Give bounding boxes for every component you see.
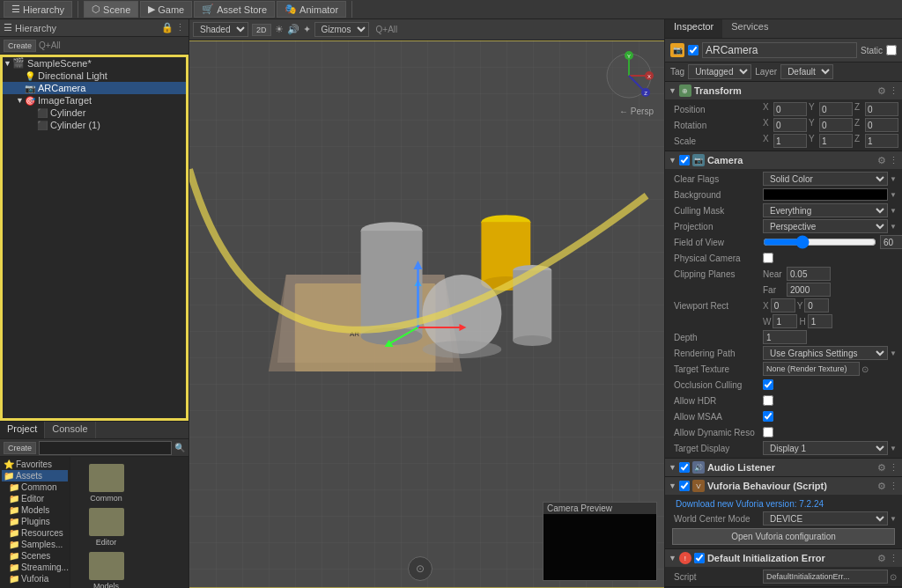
projection-dropdown[interactable]: Perspective [763,219,888,233]
culling-mask-dropdown[interactable]: Everything [763,203,888,217]
tree-item-dirlight[interactable]: 💡 Directional Light [0,70,189,82]
position-y-input[interactable] [819,102,853,116]
camera-enabled-checkbox[interactable] [679,155,690,165]
depth-input[interactable] [763,330,807,344]
audio-listener-header[interactable]: ▼ 🔊 Audio Listener ⚙ ⋮ [665,459,902,476]
error-more-icon[interactable]: ⋮ [889,553,898,564]
background-color-swatch[interactable] [763,188,888,201]
tab-game[interactable]: ▶ Game [140,1,192,18]
scene-view[interactable]: AR Target [189,40,664,588]
tab-console[interactable]: Console [45,422,95,438]
editor-folder-item[interactable]: 📁 Editor [2,493,68,504]
grid-editor[interactable]: Editor [78,508,135,547]
world-center-mode-dropdown[interactable]: DEVICE [763,511,888,526]
viewport-w-input[interactable] [773,314,797,328]
vuforia-folder-item[interactable]: 📁 Vuforia [2,573,68,584]
audio-listener-checkbox[interactable] [679,462,690,473]
clear-flags-dropdown[interactable]: Solid Color [763,172,888,186]
tree-item-samplescene[interactable]: ▼ 🎬 SampleScene* [0,56,189,70]
tree-item-arcamera[interactable]: 📷 ARCamera [0,82,189,94]
scale-x-input[interactable] [773,134,807,148]
rotation-z-input[interactable] [865,118,898,132]
audio-more-icon[interactable]: ⋮ [889,462,898,474]
plugins-folder-item[interactable]: 📁 Plugins [2,516,68,527]
viewport-y-input[interactable] [804,298,829,312]
shading-dropdown[interactable]: Shaded [193,22,248,37]
tab-hierarchy[interactable]: ☰ Hierarchy [4,1,72,18]
static-checkbox[interactable] [886,45,897,55]
allow-dynamic-checkbox[interactable] [763,427,773,437]
streaming-folder-item[interactable]: 📁 Streaming... [2,562,68,573]
tab-project[interactable]: Project [0,422,45,438]
camera-more-icon[interactable]: ⋮ [889,155,898,166]
audio-settings-icon[interactable]: ⚙ [877,462,886,474]
hierarchy-create-btn[interactable]: Create [4,40,36,52]
2d-btn[interactable]: 2D [252,24,271,36]
common-folder-item[interactable]: 📁 Common [2,481,68,493]
position-x-input[interactable] [773,102,807,116]
obj-active-checkbox[interactable] [688,45,699,55]
open-vuforia-btn[interactable]: Open Vuforia configuration [672,528,895,545]
vuforia-settings-icon[interactable]: ⚙ [877,481,886,492]
gizmos-dropdown[interactable]: Gizmos [314,22,369,37]
tag-dropdown[interactable]: Untagged [688,64,751,79]
grid-common[interactable]: Common [78,464,135,503]
models-folder-item[interactable]: 📁 Models [2,504,68,516]
default-init-checkbox[interactable] [694,553,705,563]
occlusion-culling-checkbox[interactable] [763,379,773,390]
scale-z-input[interactable] [865,134,898,148]
scenes-folder-item[interactable]: 📁 Scenes [2,550,68,562]
assets-item[interactable]: 📁 Assets [2,470,68,481]
allow-msaa-checkbox[interactable] [763,411,773,422]
viewport-h-input[interactable] [808,314,832,328]
hierarchy-more-icon[interactable]: ⋮ [175,22,185,33]
tree-item-cylinder[interactable]: ⬛ Cylinder [0,107,189,119]
target-display-dropdown[interactable]: Display 1 [763,441,888,455]
camera-comp-header[interactable]: ▼ 📷 Camera ⚙ ⋮ [665,151,902,169]
tab-scene[interactable]: ⬡ Scene [84,1,138,18]
resources-folder-item[interactable]: 📁 Resources [2,527,68,539]
hierarchy-lock-icon[interactable]: 🔒 [161,22,174,33]
fov-slider[interactable] [763,236,876,248]
project-create-btn[interactable]: Create [4,442,36,454]
fov-input[interactable] [880,235,902,249]
layer-dropdown[interactable]: Default [780,64,833,79]
tree-item-imagetarget[interactable]: ▼ 🎯 ImageTarget [0,94,189,107]
transform-header[interactable]: ▼ ⊕ Transform ⚙ ⋮ [665,82,902,99]
default-init-error-header[interactable]: ▼ ! Default Initialization Error ⚙ ⋮ [665,549,902,567]
error-settings-icon[interactable]: ⚙ [877,553,886,564]
rotation-x-input[interactable] [773,118,807,132]
viewport-x-input[interactable] [771,298,795,312]
script-input[interactable] [763,570,888,584]
tab-asset-store[interactable]: 🛒 Asset Store [194,1,275,18]
obj-name-input[interactable] [702,42,857,58]
vuforia-checkbox[interactable] [679,481,690,491]
project-search-input[interactable] [39,441,172,455]
component-more-icon[interactable]: ⋮ [889,85,898,97]
camera-settings-icon[interactable]: ⚙ [877,155,886,166]
allow-hdr-checkbox[interactable] [763,395,773,406]
light-toggle-icon[interactable]: ☀ [275,24,284,35]
script-picker-icon[interactable]: ⊙ [890,572,897,582]
far-input[interactable] [787,283,831,297]
position-z-input[interactable] [865,102,898,116]
audio-toggle-icon[interactable]: 🔊 [287,24,299,35]
scene-nav-button[interactable]: ⊙ [408,556,433,581]
vuforia-more-icon[interactable]: ⋮ [889,481,898,492]
tab-animator[interactable]: 🎭 Animator [277,1,346,18]
rendering-path-dropdown[interactable]: Use Graphics Settings [763,346,888,360]
rotation-y-input[interactable] [819,118,853,132]
tab-inspector[interactable]: Inspector [665,19,722,38]
target-texture-picker-icon[interactable]: ⊙ [861,364,869,374]
component-menu-icon[interactable]: ⚙ [877,85,886,97]
fx-icon[interactable]: ✦ [303,24,311,35]
physical-camera-checkbox[interactable] [763,253,773,263]
near-input[interactable] [787,267,831,281]
tree-item-cylinder1[interactable]: ⬛ Cylinder (1) [0,119,189,131]
scale-y-input[interactable] [819,134,853,148]
target-texture-input[interactable] [763,362,860,376]
samples-folder-item[interactable]: 📁 Samples... [2,539,68,550]
vuforia-download-link[interactable]: Download new Vuforia version: 7.2.24 [672,497,827,511]
favorites-item[interactable]: ⭐ Favorites [2,459,68,470]
vuforia-header[interactable]: ▼ V Vuforia Behaviour (Script) ⚙ ⋮ [665,477,902,495]
